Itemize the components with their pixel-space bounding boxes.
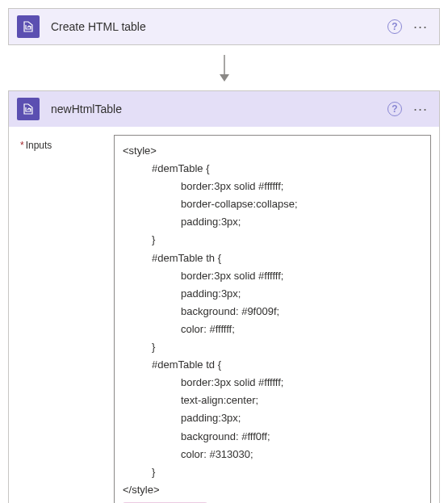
action-card-header[interactable]: Create HTML table ? ···	[9, 9, 439, 44]
more-menu-icon[interactable]: ···	[410, 102, 431, 116]
help-icon[interactable]: ?	[387, 102, 402, 116]
help-icon[interactable]: ?	[387, 19, 402, 34]
action-title: Create HTML table	[51, 20, 387, 33]
action-card-body: *Inputs <style> #demTable {border:3px so…	[9, 127, 439, 503]
action-card-create-html-table: Create HTML table ? ···	[8, 8, 440, 45]
flow-arrow	[8, 45, 440, 90]
data-operation-icon	[17, 15, 40, 38]
css-content: <style> #demTable {border:3px solid #fff…	[123, 142, 422, 499]
svg-marker-1	[220, 74, 229, 82]
field-label-inputs: *Inputs	[17, 135, 114, 151]
action-card-new-html-table: newHtmlTable ? ··· *Inputs <style> #demT…	[8, 90, 440, 503]
inputs-textarea[interactable]: <style> #demTable {border:3px solid #fff…	[114, 135, 431, 503]
action-title: newHtmlTable	[51, 103, 387, 115]
action-card-header[interactable]: newHtmlTable ? ···	[9, 91, 439, 127]
more-menu-icon[interactable]: ···	[410, 19, 431, 34]
data-operation-icon	[17, 98, 40, 120]
